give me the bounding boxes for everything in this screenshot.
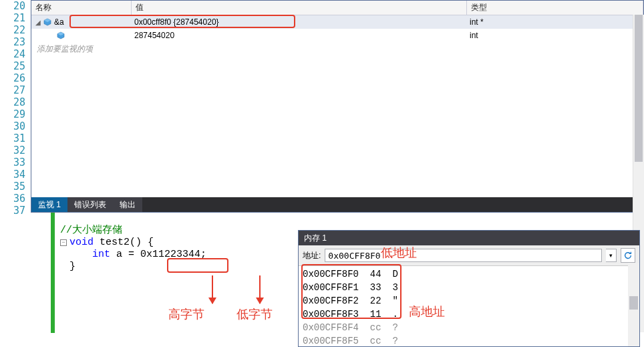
bottom-tab-strip: 监视 1 错误列表 输出 [31, 197, 643, 212]
watch-row[interactable]: ◢&a0x00cff8f0 {287454020}int * [31, 15, 643, 29]
memory-address-label: 地址: [303, 250, 321, 261]
hex-literal: 11223344 [152, 249, 200, 260]
memory-row: 0x00CFF8F3 11 . [303, 308, 635, 321]
tab-output[interactable]: 输出 [113, 197, 142, 212]
line-number-gutter: 202122232425262728293031323334353637 [0, 0, 31, 347]
memory-panel: 内存 1 地址: ▾ 0x00CFF8F0 44 D0x00CFF8F1 33 … [298, 230, 640, 347]
watch-rows[interactable]: ◢&a0x00cff8f0 {287454020}int *287454020i… [31, 15, 643, 197]
label-low-byte: 低字节 [236, 306, 273, 322]
watch-header: 名称 值 类型 [31, 1, 643, 15]
memory-title[interactable]: 内存 1 [299, 231, 639, 245]
label-high-byte: 高字节 [168, 306, 204, 322]
memory-row: 0x00CFF8F0 44 D [303, 267, 635, 281]
memory-row: 0x00CFF8F1 33 3 [303, 281, 635, 294]
memory-address-input[interactable] [325, 249, 602, 262]
memory-scrollbar[interactable] [628, 263, 639, 346]
tab-errors[interactable]: 错误列表 [67, 197, 113, 212]
label-low-addr: 低地址 [381, 245, 417, 261]
arrow-high-byte [212, 275, 213, 304]
variable-icon [57, 31, 65, 39]
memory-row: 0x00CFF8F5 cc ? [303, 334, 635, 346]
variable-icon [43, 18, 51, 26]
collapse-icon[interactable]: ◢ [34, 18, 42, 26]
expand-icon[interactable] [47, 31, 55, 39]
code-comment: //大小端存储 [60, 225, 122, 236]
arrow-low-byte [259, 275, 261, 304]
memory-address-dropdown[interactable]: ▾ [606, 249, 617, 262]
memory-body[interactable]: 0x00CFF8F0 44 D0x00CFF8F1 33 30x00CFF8F2… [299, 266, 639, 346]
tab-watch[interactable]: 监视 1 [31, 197, 67, 212]
watch-row[interactable]: 287454020int [31, 29, 643, 42]
watch-panel: 名称 值 类型 ◢&a0x00cff8f0 {287454020}int *28… [31, 0, 644, 213]
memory-address-bar: 地址: ▾ [299, 245, 639, 266]
label-high-addr: 高地址 [409, 304, 445, 320]
fold-icon[interactable]: − [60, 239, 67, 246]
memory-row: 0x00CFF8F2 22 " [303, 294, 635, 308]
memory-row: 0x00CFF8F4 cc ? [303, 321, 635, 334]
watch-header-name[interactable]: 名称 [31, 1, 132, 15]
refresh-button[interactable] [621, 248, 635, 263]
watch-add-placeholder[interactable]: 添加要监视的项 [31, 42, 643, 55]
watch-header-value[interactable]: 值 [132, 1, 467, 15]
watch-header-type[interactable]: 类型 [467, 1, 643, 15]
